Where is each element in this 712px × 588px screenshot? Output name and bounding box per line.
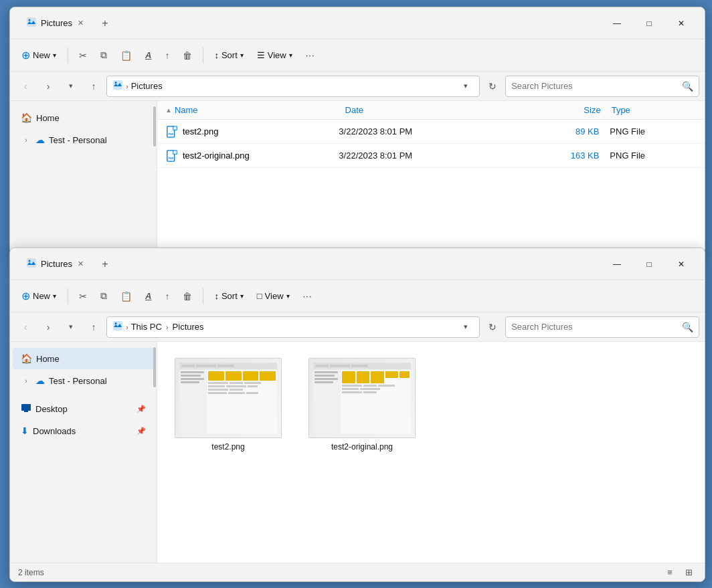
tab-close-2[interactable]: ✕ — [78, 260, 84, 268]
grid-view-btn[interactable]: ⊞ — [681, 565, 697, 581]
sidebar-item-downloads-2[interactable]: ⬇ Downloads 📌 — [13, 420, 154, 442]
tab-add-1[interactable]: + — [94, 13, 116, 34]
table-row[interactable]: PNG test2.png 3/22/2023 8:01 PM 89 KB PN… — [157, 120, 705, 144]
view-label-2: View — [265, 291, 284, 301]
maximize-btn-1[interactable]: □ — [634, 13, 664, 34]
address-path-1[interactable]: › Pictures ▾ — [106, 76, 480, 97]
minimize-btn-2[interactable]: — — [602, 254, 632, 275]
close-btn-2[interactable]: ✕ — [666, 254, 697, 275]
file-type-2: PNG File — [599, 151, 697, 161]
history-btn-1[interactable]: ▾ — [61, 76, 81, 96]
tab-label-2: Pictures — [41, 259, 72, 269]
sidebar-item-personal-1[interactable]: › ☁ Test - Personal — [13, 129, 154, 151]
sidebar-item-desktop-2[interactable]: Desktop 📌 — [13, 398, 154, 419]
tab-pictures-2[interactable]: Pictures ✕ — [18, 252, 92, 276]
svg-rect-2 — [113, 80, 122, 90]
forward-btn-2[interactable]: › — [38, 317, 58, 337]
search-box-2[interactable]: 🔍 — [505, 316, 699, 338]
more-button-2[interactable]: ··· — [298, 285, 318, 308]
sort-icon-1: ↕ — [214, 50, 219, 60]
back-btn-1[interactable]: ‹ — [15, 76, 35, 96]
minimize-btn-1[interactable]: — — [602, 13, 632, 34]
file-png-icon-2: PNG — [165, 149, 179, 163]
copy-button-1[interactable]: ⧉ — [95, 44, 112, 67]
col-type-header-1[interactable]: Type — [601, 105, 697, 115]
view-chevron-1: ▾ — [289, 52, 292, 59]
sidebar-item-personal-2[interactable]: › ☁ Test - Personal — [13, 370, 154, 391]
address-path-2[interactable]: › This PC › Pictures ▾ — [106, 316, 480, 338]
svg-rect-15 — [24, 411, 28, 412]
back-btn-2[interactable]: ‹ — [15, 317, 35, 337]
address-chevron-2a: › — [126, 323, 128, 331]
sidebar-1: 🏠 Home › ☁ Test - Personal — [10, 101, 157, 253]
svg-rect-8 — [173, 150, 177, 153]
table-row[interactable]: PNG test2-original.png 3/22/2023 8:01 PM… — [157, 144, 705, 168]
svg-point-11 — [29, 260, 31, 262]
grid-label-1: test2.png — [211, 442, 244, 452]
new-label-2: New — [33, 291, 50, 301]
status-bar-2: 2 items ≡ ⊞ — [10, 563, 705, 581]
sort-chevron-1: ▾ — [240, 52, 244, 59]
pin-icon-desktop: 📌 — [137, 405, 146, 413]
search-input-2[interactable] — [511, 322, 679, 332]
rename-button-2[interactable]: A — [140, 285, 157, 308]
refresh-btn-2[interactable]: ↻ — [482, 317, 503, 337]
sidebar-label-downloads-2: Downloads — [33, 426, 132, 436]
paste-icon-1: 📋 — [120, 50, 132, 61]
search-input-1[interactable] — [511, 81, 679, 91]
rename-button-1[interactable]: A — [140, 44, 157, 67]
cut-button-2[interactable]: ✂ — [74, 285, 92, 308]
tab-add-2[interactable]: + — [94, 254, 116, 275]
sidebar-scrollbar-2 — [153, 347, 156, 387]
view-button-2[interactable]: □ View ▾ — [252, 285, 295, 308]
delete-button-1[interactable]: 🗑 — [177, 44, 197, 67]
tab-pictures-1[interactable]: Pictures ✕ — [18, 11, 92, 35]
sidebar-item-home-1[interactable]: 🏠 Home — [13, 107, 154, 128]
address-dropdown-1[interactable]: ▾ — [458, 78, 474, 94]
search-box-1[interactable]: 🔍 — [505, 76, 699, 97]
file-name-1: test2.png — [183, 126, 219, 136]
sort-button-2[interactable]: ↕ Sort ▾ — [209, 285, 248, 308]
copy-icon-1: ⧉ — [100, 50, 107, 61]
refresh-btn-1[interactable]: ↻ — [482, 76, 503, 96]
sidebar-label-personal-1: Test - Personal — [49, 135, 146, 145]
paste-button-1[interactable]: 📋 — [115, 44, 137, 67]
new-button-2[interactable]: ⊕ New ▾ — [15, 285, 62, 308]
cloud-icon-1: ☁ — [35, 134, 45, 145]
svg-point-3 — [115, 82, 117, 84]
up-btn-2[interactable]: ↑ — [84, 317, 104, 337]
share-button-2[interactable]: ↑ — [159, 285, 175, 308]
share-icon-2: ↑ — [165, 291, 169, 302]
svg-text:PNG: PNG — [169, 157, 174, 159]
grid-item-1[interactable]: test2.png — [168, 353, 288, 457]
address-icon-1 — [112, 80, 123, 92]
col-date-header-1[interactable]: Date — [345, 105, 516, 115]
cut-button-1[interactable]: ✂ — [74, 44, 92, 67]
window-2: Pictures ✕ + — □ ✕ ⊕ New ▾ ✂ ⧉ 📋 A — [9, 248, 705, 582]
maximize-btn-2[interactable]: □ — [634, 254, 664, 275]
col-size-header-1[interactable]: Size — [515, 105, 600, 115]
delete-button-2[interactable]: 🗑 — [177, 285, 197, 308]
col-name-header-1[interactable]: Name — [175, 105, 345, 115]
more-button-1[interactable]: ··· — [300, 44, 321, 67]
up-btn-1[interactable]: ↑ — [84, 76, 104, 96]
tab-close-1[interactable]: ✕ — [78, 19, 84, 27]
history-btn-2[interactable]: ▾ — [61, 317, 81, 337]
view-button-1[interactable]: ☰ View ▾ — [252, 44, 298, 67]
forward-btn-1[interactable]: › — [38, 76, 58, 96]
share-button-1[interactable]: ↑ — [159, 44, 175, 67]
sidebar-item-home-2[interactable]: 🏠 Home — [13, 348, 154, 369]
paste-button-2[interactable]: 📋 — [115, 285, 137, 308]
sort-button-1[interactable]: ↕ Sort ▾ — [209, 44, 248, 67]
copy-button-2[interactable]: ⧉ — [95, 285, 112, 308]
new-button-1[interactable]: ⊕ New ▾ — [15, 44, 62, 67]
grid-item-2[interactable]: test2-original.png — [302, 353, 422, 457]
close-btn-1[interactable]: ✕ — [666, 13, 697, 34]
sort-up-icon-1: ▲ — [165, 106, 172, 114]
list-view-btn[interactable]: ≡ — [662, 565, 678, 581]
sort-chevron-2: ▾ — [240, 292, 244, 300]
toolbar-1: ⊕ New ▾ ✂ ⧉ 📋 A ↑ 🗑 ↕ Sort ▾ ☰ — [10, 39, 705, 72]
address-dropdown-2[interactable]: ▾ — [458, 319, 474, 335]
address-bar-1: ‹ › ▾ ↑ › Pictures ▾ ↻ 🔍 — [10, 72, 705, 101]
rename-icon-1: A — [145, 50, 151, 60]
